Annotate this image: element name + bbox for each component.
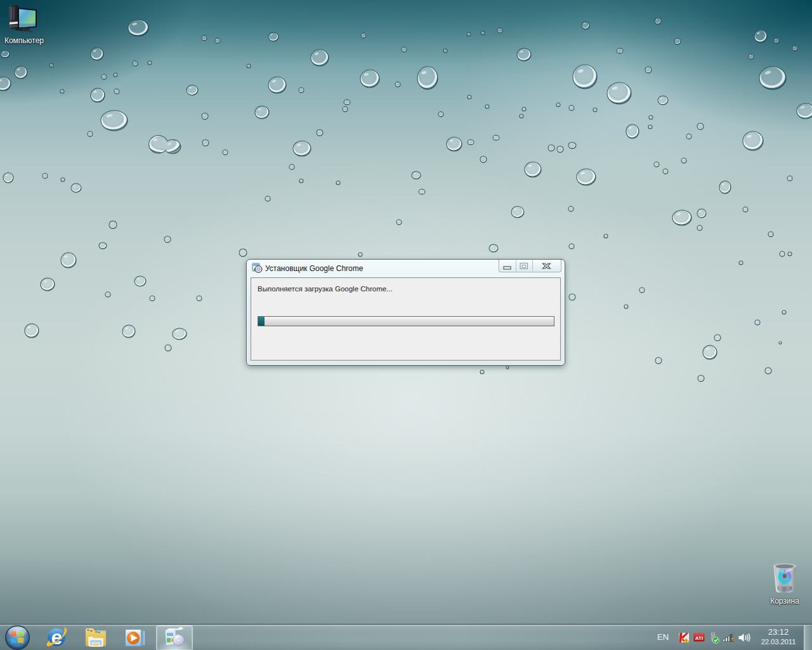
svg-text:ATI: ATI (695, 635, 703, 641)
svg-text:e: e (51, 627, 63, 649)
